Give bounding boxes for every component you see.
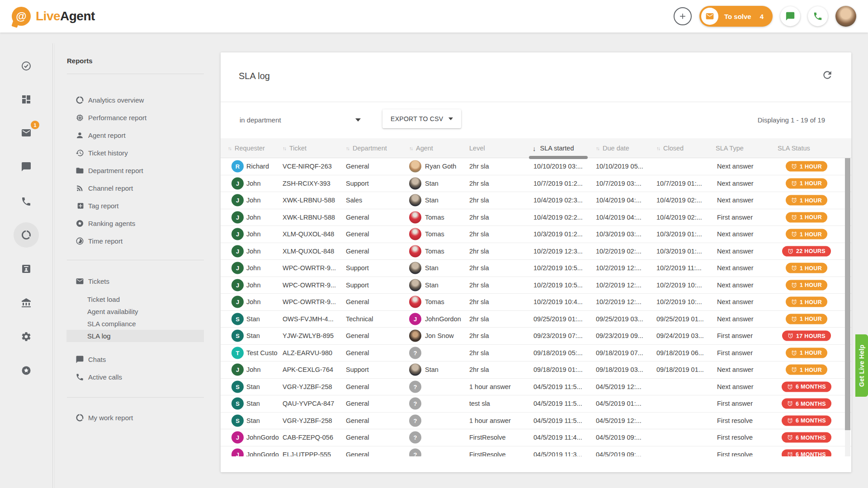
rail-item-tickets[interactable]: 1 (15, 122, 37, 144)
refresh-icon[interactable] (821, 69, 833, 81)
sidebar-item-agent-report[interactable]: Agent report (55, 127, 204, 144)
closed-cell: 10/4/2019 02:... (656, 214, 714, 221)
sidebar-subitem-sla-log[interactable]: SLA log (66, 330, 204, 342)
sidebar-item-my-work-report[interactable]: My work report (55, 409, 204, 427)
level-cell: 2hr sla (469, 180, 531, 187)
sla-type-cell: First resolve (717, 417, 776, 424)
sidebar-item-time-report[interactable]: Time report (55, 232, 204, 250)
notification-badge: 1 (31, 121, 39, 129)
table-row[interactable]: SStanYJW-ZWLYB-895GeneralJon Snow2hr sla… (221, 328, 851, 345)
column-label: Requester (235, 145, 265, 152)
user-avatar[interactable] (835, 6, 856, 27)
sidebar-subitem-agent-availability[interactable]: Agent availability (66, 305, 204, 318)
horizontal-scrollbar[interactable] (529, 156, 588, 159)
sidebar-item-department-report[interactable]: Department report (55, 162, 204, 179)
rail-item-to-do[interactable] (15, 55, 37, 77)
rail-item-reports[interactable] (15, 224, 37, 246)
column-header-requester[interactable]: ↑↓Requester (228, 138, 265, 158)
chats-button[interactable] (780, 6, 800, 26)
table-row[interactable]: JJohnXLM-QUXOL-848GeneralTomas2hr sla10/… (221, 243, 851, 260)
table-row[interactable]: JJohnZSH-RCIXY-393SupportStan2hr sla10/7… (221, 175, 851, 192)
rail-item-settings[interactable] (15, 326, 37, 347)
sla-started-cell: 09/18/2019 05:... (533, 349, 594, 357)
rail-item-addons[interactable] (15, 360, 37, 381)
table-row[interactable]: JJohnGordoELJ-UTPPP-555GeneralFirstResol… (221, 446, 851, 457)
requester-name: JohnGordo (246, 451, 282, 456)
sidebar-item-active-calls[interactable]: Active calls (55, 368, 204, 386)
rail-item-dashboard[interactable] (15, 89, 37, 110)
column-header-sla-started[interactable]: ↓SLA started (533, 138, 574, 158)
sla-status-label: 6 MONTHS (796, 434, 826, 441)
rail-item-contacts[interactable] (15, 258, 37, 280)
rail-item-chats[interactable] (15, 156, 37, 178)
due-date-cell: 09/25/2019 03... (596, 315, 654, 323)
sidebar-item-channel-report[interactable]: Channel report (55, 179, 204, 197)
table-row[interactable]: JJohnAPK-CEXLG-764SupportStan2hr sla09/1… (221, 361, 851, 379)
sidebar-subitem-ticket-load[interactable]: Ticket load (66, 293, 204, 305)
donut-icon (21, 230, 32, 240)
column-label: SLA started (540, 145, 574, 152)
sidebar-item-performance-report[interactable]: Performance report (55, 109, 204, 127)
sla-started-cell: 10/2/2019 10:4... (533, 298, 594, 305)
sla-status-badge: 1 HOUR (786, 347, 827, 358)
liveagent-logo[interactable]: @ LiveAgent (12, 7, 95, 26)
sla-status-cell: 1 HOUR (781, 229, 832, 239)
table-row[interactable]: JJohnXWK-LRBNU-588SalesStan2hr sla10/4/2… (221, 192, 851, 209)
sidebar-subitem-sla-compliance[interactable]: SLA compliance (66, 318, 204, 330)
ticket-code: VGR-YJZBF-258 (283, 383, 345, 390)
level-cell: 2hr sla (469, 214, 531, 221)
column-label: Due date (603, 145, 629, 152)
table-row[interactable]: SStanQAU-YVPCA-847Generaltest sla04/5/20… (221, 395, 851, 413)
level-cell: 1 hour answer (469, 383, 531, 390)
table-row[interactable]: RRichardVCE-NIRQF-263GeneralRyan Goth2hr… (221, 158, 851, 175)
sidebar-item-ticket-history[interactable]: Ticket history (55, 144, 204, 162)
sla-status-badge: 1 HOUR (786, 212, 827, 222)
rail-item-calls[interactable] (15, 191, 37, 212)
ticket-code: XWK-LRBNU-588 (283, 197, 345, 204)
requester-name: John (246, 248, 282, 255)
table-row[interactable]: TTest CustoALZ-EARVU-980General2hr sla09… (221, 345, 851, 362)
ticket-code: OWS-FVJMH-4... (283, 315, 345, 323)
calls-button[interactable] (808, 6, 828, 26)
requester-name: Test Custo (246, 349, 282, 357)
column-header-closed[interactable]: ↑↓Closed (656, 138, 684, 158)
get-live-help-tab[interactable]: Get Live Help (855, 334, 868, 397)
table-row[interactable]: JJohnXLM-QUXOL-848GeneralTomas2hr sla10/… (221, 226, 851, 243)
sidebar-item-tickets[interactable]: Tickets (55, 272, 204, 290)
sla-status-badge: 1 HOUR (786, 178, 827, 188)
due-date-cell: 09/18/2019 07... (596, 349, 654, 357)
create-new-button[interactable] (674, 7, 692, 25)
table-row[interactable]: SStanVGR-YJZBF-258General1 hour answer04… (221, 413, 851, 430)
table-row[interactable]: JJohnGordoCAB-FZEPQ-056GeneralFirstResol… (221, 429, 851, 446)
column-header-department[interactable]: ↑↓Department (346, 138, 387, 158)
department-filter-select[interactable]: in department (233, 110, 365, 130)
requester-avatar: S (231, 330, 244, 342)
sidebar-item-chats[interactable]: Chats (55, 351, 204, 368)
table-row[interactable]: JJohnXWK-LRBNU-588GeneralTomas2hr sla10/… (221, 209, 851, 226)
to-solve-button[interactable]: To solve 4 (699, 6, 773, 27)
sort-icon: ↑↓ (346, 145, 349, 151)
rail-item-company[interactable] (15, 292, 37, 314)
table-row[interactable]: JJohnWPC-OWRTR-9...GeneralTomas2hr sla10… (221, 294, 851, 311)
requester-name: John (246, 282, 282, 289)
table-row[interactable]: SStanOWS-FVJMH-4...TechnicalJohnGordon2h… (221, 311, 851, 328)
agent-avatar (409, 262, 421, 274)
table-row[interactable]: SStanVGR-YJZBF-258General1 hour answer04… (221, 379, 851, 396)
column-label: Level (469, 145, 485, 152)
column-header-agent[interactable]: ↑↓Agent (409, 138, 433, 158)
sla-status-cell: 1 HOUR (781, 365, 832, 375)
sla-status-label: 1 HOUR (800, 197, 822, 203)
table-row[interactable]: JJohnWPC-OWRTR-9...SupportStan2hr sla10/… (221, 277, 851, 294)
ticket-code: WPC-OWRTR-9... (283, 282, 345, 289)
vertical-scrollbar-thumb[interactable] (845, 158, 850, 430)
sla-status-cell: 1 HOUR (781, 212, 832, 222)
ticket-code: XLM-QUXOL-848 (283, 248, 345, 255)
sidebar-item-analytics-overview[interactable]: Analytics overview (55, 91, 204, 109)
sidebar-item-tag-report[interactable]: Tag report (55, 197, 204, 215)
table-row[interactable]: JJohnWPC-OWRTR-9...SupportStan2hr sla10/… (221, 260, 851, 277)
column-header-due-date[interactable]: ↑↓Due date (596, 138, 629, 158)
sidebar-item-ranking-agents[interactable]: Ranking agents (55, 215, 204, 232)
export-to-csv-button[interactable]: EXPORT TO CSV (382, 109, 461, 128)
column-header-ticket[interactable]: ↑↓Ticket (283, 138, 307, 158)
sla-status-label: 1 HOUR (800, 299, 822, 305)
